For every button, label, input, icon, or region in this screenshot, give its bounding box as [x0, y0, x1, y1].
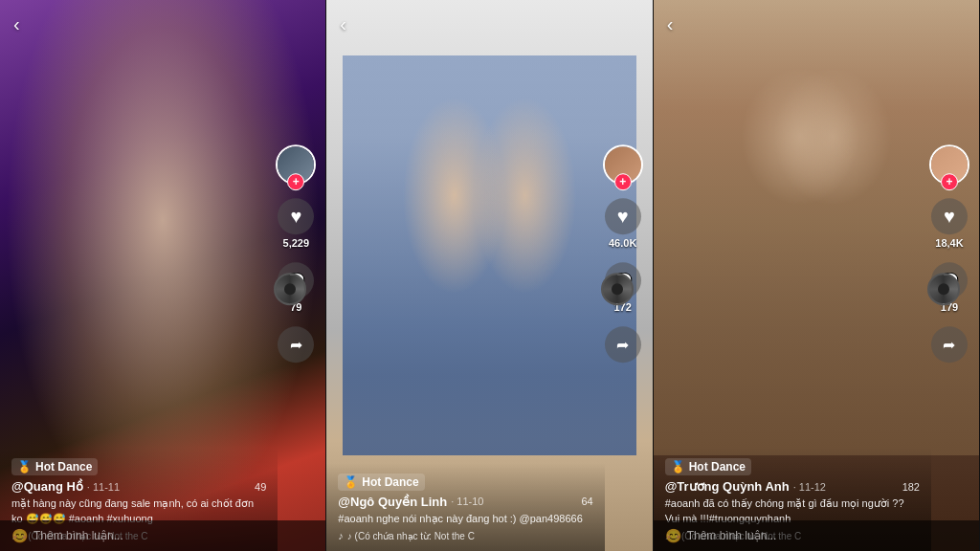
follow-button-2[interactable]: + — [614, 173, 632, 190]
username-1[interactable]: @Quang Hồ — [11, 479, 83, 494]
music-row-2: ♪ ♪ (Có chứa nhạc từ: Not the C — [338, 530, 592, 541]
music-text-2: ♪ (Có chứa nhạc từ: Not the C — [347, 531, 475, 541]
follow-button-3[interactable]: + — [941, 173, 958, 190]
video-panel-3: ‹ + ♥ 18,4K 💬 179 ➦ 🏅 Hot Dance — [654, 0, 980, 551]
post-comment-count-2: 64 — [581, 496, 592, 507]
heart-icon-2: ♥ — [605, 198, 641, 234]
music-disc-2 — [601, 273, 634, 305]
heart-icon-3: ♥ — [931, 198, 968, 234]
username-3[interactable]: @Trương Quỳnh Anh — [665, 479, 790, 494]
like-count-3: 18,4K — [935, 237, 963, 249]
hot-dance-label-2: Hot Dance — [362, 475, 418, 489]
hot-dance-label-3: Hot Dance — [689, 460, 746, 474]
follow-button-1[interactable]: + — [287, 173, 304, 190]
hot-dance-badge-1[interactable]: 🏅 Hot Dance — [11, 458, 98, 475]
hot-dance-icon-3: 🏅 — [671, 460, 685, 474]
hot-dance-icon-2: 🏅 — [344, 475, 358, 489]
date-3: · 11-12 — [793, 481, 826, 493]
avatar-3[interactable]: + — [929, 144, 969, 185]
like-count-2: 46.0K — [609, 237, 636, 249]
hot-dance-label-1: Hot Dance — [35, 460, 92, 474]
like-button-2[interactable]: ♥ 46.0K — [605, 198, 641, 249]
comment-placeholder-3: Thêm bình luận... — [687, 529, 777, 542]
people-overlay-2 — [343, 55, 635, 455]
caption-2: #aoanh nghe nói nhạc này đang hot :) @pa… — [338, 512, 592, 526]
share-button-2[interactable]: ➦ — [605, 326, 641, 363]
comment-placeholder-1: Thêm bình luận... — [33, 529, 123, 542]
like-button-1[interactable]: ♥ 5,229 — [278, 198, 314, 249]
avatar-1[interactable]: + — [276, 144, 316, 185]
hot-dance-badge-2[interactable]: 🏅 Hot Dance — [338, 474, 424, 491]
music-disc-3 — [927, 273, 960, 305]
username-row-3: @Trương Quỳnh Anh · 11-12 182 — [665, 479, 920, 494]
heart-icon-1: ♥ — [278, 198, 314, 234]
back-button-2[interactable]: ‹ — [340, 13, 346, 35]
action-buttons-2: + ♥ 46.0K 💬 172 ➦ — [603, 144, 643, 363]
post-comment-count-1: 49 — [255, 481, 266, 493]
action-buttons-1: + ♥ 5,229 💬 79 ➦ — [276, 144, 316, 363]
comment-bar-1[interactable]: 😊 Thêm bình luận... — [0, 520, 325, 551]
post-comment-count-3: 182 — [902, 481, 920, 493]
share-icon-1: ➦ — [278, 326, 314, 363]
username-row-1: @Quang Hồ · 11-11 49 — [11, 479, 266, 494]
date-1: · 11-11 — [87, 481, 120, 493]
back-button-3[interactable]: ‹ — [667, 13, 674, 35]
username-2[interactable]: @Ngô Quyền Linh — [338, 495, 447, 509]
video-panel-1: ‹ + ♥ 5,229 💬 79 ➦ 🏅 Hot Dance — [0, 0, 326, 551]
action-buttons-3: + ♥ 18,4K 💬 179 ➦ — [929, 144, 969, 363]
share-icon-3: ➦ — [931, 326, 968, 363]
share-button-1[interactable]: ➦ — [278, 326, 314, 363]
date-2: · 11-10 — [451, 496, 483, 507]
hot-dance-badge-3[interactable]: 🏅 Hot Dance — [665, 458, 751, 475]
share-button-3[interactable]: ➦ — [931, 326, 968, 363]
bottom-info-2: 🏅 Hot Dance @Ngô Quyền Linh · 11-10 64 #… — [326, 463, 604, 551]
like-button-3[interactable]: ♥ 18,4K — [931, 198, 968, 249]
share-icon-2: ➦ — [605, 326, 641, 363]
music-disc-1 — [274, 273, 306, 305]
like-count-1: 5,229 — [283, 237, 310, 249]
video-panel-2: ‹ + ♥ 46.0K 💬 172 ➦ 🏅 Hot Dance — [326, 0, 653, 551]
comment-bar-3[interactable]: 😊 Thêm bình luận... — [654, 520, 979, 551]
back-button-1[interactable]: ‹ — [13, 13, 20, 35]
hot-dance-icon-1: 🏅 — [17, 460, 32, 474]
username-row-2: @Ngô Quyền Linh · 11-10 64 — [338, 495, 592, 509]
avatar-2[interactable]: + — [603, 144, 643, 185]
